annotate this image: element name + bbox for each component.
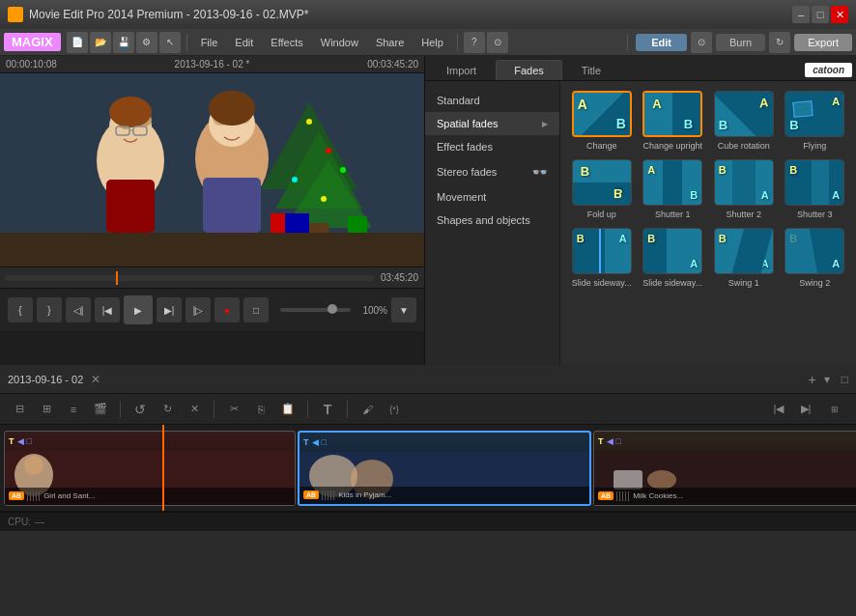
fade-shutter3[interactable]: B A Shutter 3 xyxy=(784,159,847,220)
new-button[interactable]: 📄 xyxy=(67,32,88,53)
timeline-expand-button[interactable]: ▾ xyxy=(824,373,830,386)
clip-kids-pyjama[interactable]: T ◀ □ AB Kids in Pyjam... xyxy=(298,431,591,506)
scene-btn[interactable]: 🎬 xyxy=(89,398,112,421)
snapshot-button[interactable]: □ xyxy=(243,297,269,322)
transport-bar: { } ◁| |◀ ▶ ▶| |▷ ● □ 100% ▼ xyxy=(0,288,424,331)
video-preview xyxy=(0,73,424,266)
fade-thumb-shutter2: B A xyxy=(714,159,774,206)
fades-item-spatial[interactable]: Spatial fades ▶ xyxy=(425,112,559,135)
copy-button[interactable]: ⎘ xyxy=(249,398,272,421)
skip-fwd-button[interactable]: ▶| xyxy=(157,297,182,322)
disc-button[interactable]: ⊙ xyxy=(487,32,508,53)
fade-swing2[interactable]: B A Swing 2 xyxy=(784,228,847,289)
clip-header: T ◀ □ xyxy=(5,432,295,451)
view-mode-btn[interactable]: ⊟ xyxy=(8,398,31,421)
menu-share[interactable]: Share xyxy=(368,35,412,50)
svg-point-23 xyxy=(209,91,255,126)
fade-label-shutter3: Shutter 3 xyxy=(797,210,833,220)
fade-change-upright[interactable]: A B Change upright xyxy=(642,91,705,152)
app-logo: MAGIX xyxy=(4,33,61,51)
fade-slide1[interactable]: B A Slide sideway... xyxy=(570,228,634,289)
fx-btn[interactable]: {*} xyxy=(383,398,406,421)
fades-sidebar: Standard Spatial fades ▶ Effect fades St… xyxy=(425,81,560,365)
fades-item-shapes[interactable]: Shapes and objects xyxy=(425,209,559,232)
fade-flying[interactable]: A B Flying xyxy=(784,91,847,152)
menu-window[interactable]: Window xyxy=(313,35,366,50)
paste-button[interactable]: 📋 xyxy=(276,398,300,421)
cut-button[interactable]: ✂ xyxy=(222,398,245,421)
edit-mode-button[interactable]: Edit xyxy=(636,34,687,51)
record-button[interactable]: ● xyxy=(214,297,240,322)
timecode-current: 03:45:20 xyxy=(381,272,418,283)
fade-change[interactable]: A B Change xyxy=(570,91,634,152)
markers-btn[interactable]: ⊞ xyxy=(821,398,848,421)
volume-slider[interactable] xyxy=(280,308,351,312)
fade-label-slide2: Slide sideway... xyxy=(642,278,702,289)
export-mode-button[interactable]: Export xyxy=(794,34,852,51)
cursor-button[interactable]: ↖ xyxy=(159,32,181,53)
menu-edit[interactable]: Edit xyxy=(227,35,261,50)
maximize-button[interactable]: □ xyxy=(812,6,829,23)
waveform-icon xyxy=(27,491,41,501)
open-button[interactable]: 📂 xyxy=(90,32,111,53)
play-button[interactable]: ▶ xyxy=(124,295,153,324)
fade-swing1[interactable]: B A Swing 1 xyxy=(712,228,776,289)
timeline-minimize-icon[interactable]: □ xyxy=(842,373,848,386)
timecode-end: 00:03:45:20 xyxy=(367,59,418,70)
menu-effects[interactable]: Effects xyxy=(263,35,310,50)
fade-thumb-swing1: B A xyxy=(714,228,774,274)
svg-rect-13 xyxy=(348,216,367,233)
fades-item-stereo[interactable]: Stereo fades 👓 xyxy=(425,158,559,185)
fades-item-movement[interactable]: Movement xyxy=(425,185,559,209)
skip-back-button[interactable]: |◀ xyxy=(95,297,120,322)
fade-label-fold: Fold up xyxy=(587,210,616,220)
help-icon-button[interactable]: ? xyxy=(464,32,485,53)
svg-point-18 xyxy=(109,97,152,127)
video-scene-svg xyxy=(0,73,424,266)
redo-button[interactable]: ↻ xyxy=(156,398,179,421)
fade-slide2[interactable]: B A Slide sideway... xyxy=(642,228,705,289)
text-tool-btn[interactable]: T xyxy=(316,398,339,421)
settings-button[interactable]: ⚙ xyxy=(136,32,157,53)
grid-view-btn[interactable]: ⊞ xyxy=(35,398,58,421)
svg-point-9 xyxy=(321,196,327,202)
video-header: 00:00:10:08 2013-09-16 - 02 * 00:03:45:2… xyxy=(0,56,424,73)
track-label: 2013-09-16 - 02 * xyxy=(175,59,250,70)
fade-thumb-change-upright: A B xyxy=(642,91,702,137)
next-frame-button[interactable]: |▷ xyxy=(185,297,211,322)
prev-frame-button[interactable]: ◁| xyxy=(66,297,91,322)
fade-shutter1[interactable]: A B Shutter 1 xyxy=(642,159,705,220)
skip-end-btn[interactable]: ▶| xyxy=(794,398,817,421)
mark-in-button[interactable]: { xyxy=(8,297,33,322)
minimize-button[interactable]: – xyxy=(792,6,810,23)
clip-milk-cookies[interactable]: T ◀ □ AB Milk Cookies... xyxy=(593,431,856,506)
tab-title[interactable]: Title xyxy=(564,61,618,80)
undo-button[interactable]: ↺ xyxy=(128,398,152,421)
delete-button[interactable]: ✕ xyxy=(183,398,206,421)
list-view-btn[interactable]: ≡ xyxy=(62,398,85,421)
menu-help[interactable]: Help xyxy=(414,35,451,50)
close-button[interactable]: ✕ xyxy=(831,6,848,23)
volume-handle[interactable] xyxy=(328,304,337,314)
timeline-add-button[interactable]: + xyxy=(809,372,816,387)
burn-mode-button[interactable]: Burn xyxy=(716,34,765,51)
fades-item-standard[interactable]: Standard xyxy=(425,89,559,112)
skip-start-btn[interactable]: |◀ xyxy=(767,398,790,421)
fade-label-swing2: Swing 2 xyxy=(799,278,830,289)
menu-file[interactable]: File xyxy=(193,35,226,50)
fade-cube[interactable]: A B Cube rotation xyxy=(712,91,776,152)
timeline-close-button[interactable]: ✕ xyxy=(91,373,100,386)
separator-1 xyxy=(186,34,187,51)
color-btn[interactable]: 🖌 xyxy=(356,398,379,421)
fade-label-swing1: Swing 1 xyxy=(728,278,759,289)
fade-shutter2[interactable]: B A Shutter 2 xyxy=(712,159,776,220)
tab-import[interactable]: Import xyxy=(429,61,494,80)
svg-rect-10 xyxy=(0,233,424,266)
fades-item-effect[interactable]: Effect fades xyxy=(425,135,559,158)
fade-fold[interactable]: B B Fold up xyxy=(570,159,634,220)
save-button[interactable]: 💾 xyxy=(113,32,134,53)
clip-girl-santa[interactable]: T ◀ □ AB Girl and Sant... xyxy=(4,431,296,506)
mark-out-button[interactable]: } xyxy=(37,297,62,322)
right-panel: Import Fades Title catoon Standard Spati… xyxy=(425,56,856,365)
tab-fades[interactable]: Fades xyxy=(496,60,562,80)
